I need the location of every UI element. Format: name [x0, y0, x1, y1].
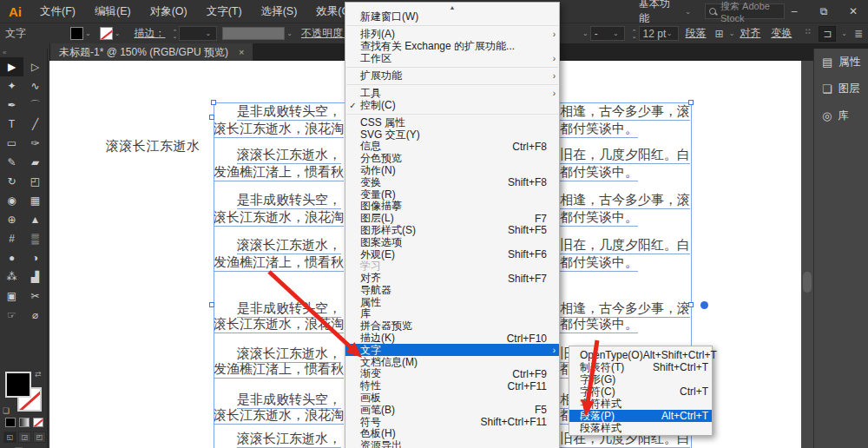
type-submenu-item-6[interactable]: 段落样式	[569, 422, 712, 434]
document-tab[interactable]: 未标题-1* @ 150% (RGB/GPU 预览) ×	[50, 43, 253, 61]
close-tab-icon[interactable]: ×	[239, 47, 244, 57]
draw-behind-button[interactable]: ◲	[18, 432, 31, 443]
libraries-panel-button[interactable]: ◎库	[814, 102, 868, 129]
paragraph-panel-link[interactable]: 段落	[686, 26, 707, 41]
zoom-tool[interactable]: ⌀	[23, 306, 47, 325]
gradient-tool[interactable]: ▒	[23, 229, 47, 248]
menu-list-icon[interactable]: ≣	[854, 28, 863, 40]
menubar-item-0[interactable]: 文件(F)	[30, 0, 85, 23]
symbol-sprayer-tool[interactable]: ⁂	[0, 267, 23, 287]
swap-fill-stroke-icon[interactable]: ⇄	[35, 370, 42, 379]
chevron-down-icon[interactable]: ⌄	[286, 30, 293, 37]
mesh-tool[interactable]: #	[0, 229, 23, 248]
vertical-scrollbar[interactable]	[801, 61, 813, 448]
window-menu-item-0[interactable]: 新建窗口(W)	[345, 11, 559, 23]
eyedropper-tool[interactable]: ●	[0, 248, 23, 267]
line-segment-tool[interactable]: ╱	[23, 115, 47, 134]
type-tool[interactable]: T	[0, 115, 23, 134]
tools-panel-header[interactable]: «	[0, 49, 47, 57]
window-menu-item-6[interactable]: ✓控制(C)	[345, 99, 559, 111]
graph-tool[interactable]: ▟	[23, 267, 47, 287]
font-size-stepper[interactable]: ⌃⌄	[632, 30, 637, 38]
touch-type-icon[interactable]: ⊞	[715, 28, 724, 40]
color-button[interactable]	[5, 418, 16, 427]
gradient-button[interactable]	[19, 418, 30, 427]
blend-tool[interactable]: ◑	[23, 248, 47, 267]
draw-inside-button[interactable]: ◰	[33, 432, 46, 443]
menu-separator	[346, 114, 558, 115]
menu-item-shortcut: F5	[535, 404, 547, 416]
transform-panel-link[interactable]: 变换	[771, 26, 792, 41]
rotate-tool[interactable]: ↻	[0, 172, 23, 191]
menubar-item-4[interactable]: 选择(S)	[252, 0, 307, 23]
chevron-down-icon[interactable]: ⌄	[582, 30, 589, 37]
direct-selection-tool[interactable]: ▷	[23, 57, 47, 76]
window-menu-item-3[interactable]: 工作区›	[345, 53, 559, 65]
font-style-field[interactable]: -⌄	[590, 26, 625, 41]
width-profile-dropdown[interactable]	[222, 27, 285, 40]
menubar-item-3[interactable]: 文字(T)	[197, 0, 252, 23]
free-transform-tool-icon: ▦	[30, 194, 40, 207]
frame-in-port[interactable]	[209, 115, 214, 120]
window-menu-item-4[interactable]: 扩展功能›	[345, 70, 559, 82]
perspective-grid-tool[interactable]: ▲	[23, 210, 47, 229]
poem-line-1-left: 滚长江东逝水，浪花淘	[214, 122, 344, 138]
stroke-color-swatch[interactable]	[100, 27, 113, 40]
frame-out-port-dot[interactable]	[700, 301, 708, 309]
stroke-weight-label[interactable]: 描边：	[134, 26, 165, 41]
eraser-tool[interactable]: ▰	[23, 153, 47, 172]
scale-tool[interactable]: ◰	[23, 172, 47, 191]
align-panel-link[interactable]: 对齐	[740, 26, 760, 41]
stroke-weight-field[interactable]: ⌄	[179, 26, 217, 41]
poem-line-6-left: 滚滚长江东逝水，	[237, 238, 341, 254]
chevron-down-icon[interactable]: ⌄	[729, 30, 735, 37]
lasso-tool[interactable]: ∿	[23, 76, 47, 96]
menu-item-label: 控制(C)	[360, 98, 538, 113]
frame-handle-top-left[interactable]	[211, 100, 216, 105]
scrollbar-thumb[interactable]	[803, 272, 812, 293]
none-button[interactable]	[33, 418, 43, 427]
close-button[interactable]: ✕	[838, 0, 868, 22]
menubar-item-1[interactable]: 编辑(E)	[85, 0, 141, 23]
width-tool[interactable]: ◉	[0, 191, 23, 210]
hand-tool[interactable]: ☞	[0, 306, 23, 325]
pen-tool[interactable]: ✒	[0, 96, 23, 115]
chevron-down-icon[interactable]: ⌄	[85, 30, 91, 37]
draw-normal-button[interactable]: ◱	[3, 432, 16, 443]
dock-panel-icon[interactable]: ⊐	[819, 26, 836, 42]
artboard-text[interactable]: 滚滚长江东逝水	[106, 138, 201, 155]
paintbrush-tool[interactable]: ✑	[23, 134, 47, 153]
selection-tool[interactable]: ▶	[0, 57, 23, 76]
frame-handle-top-right[interactable]	[688, 100, 694, 105]
minimize-button[interactable]: –	[779, 0, 809, 22]
menubar-item-2[interactable]: 对象(O)	[141, 0, 197, 23]
fill-color-swatch[interactable]	[70, 27, 83, 40]
frame-handle-left-middle[interactable]	[209, 302, 214, 307]
lasso-tool-icon: ∿	[30, 80, 39, 92]
stock-search-input[interactable]: 搜索 Adobe Stock	[705, 3, 785, 19]
scale-tool-icon: ◰	[30, 175, 40, 188]
workspace-switcher[interactable]: 基本功能 ⌄	[639, 3, 693, 20]
default-fill-stroke-icon[interactable]: ❏	[3, 406, 10, 415]
font-size-field[interactable]: 12 pt⌄	[639, 26, 679, 41]
window-menu-item-34[interactable]: 资源导出	[345, 440, 559, 448]
checkmark-icon: ✓	[345, 101, 360, 110]
chevron-down-icon[interactable]: ⌄	[841, 30, 847, 37]
app-logo[interactable]: Ai	[0, 4, 30, 19]
shape-builder-tool[interactable]: ⊕	[0, 210, 23, 229]
shaper-tool[interactable]: ✎	[0, 153, 23, 172]
selection-tool-icon: ▶	[8, 61, 16, 73]
slice-tool[interactable]: ✂	[23, 287, 47, 306]
artboard-tool[interactable]: ▣	[0, 287, 23, 306]
restore-button[interactable]: ⧉	[809, 0, 838, 22]
free-transform-tool[interactable]: ▦	[23, 191, 47, 210]
magic-wand-tool[interactable]: ✦	[0, 76, 23, 96]
properties-panel-button[interactable]: ▤属性	[814, 49, 868, 76]
chevron-down-icon[interactable]: ⌄	[115, 30, 121, 37]
frame-handle-right-middle[interactable]	[688, 302, 694, 307]
layers-panel-button[interactable]: ❏图层	[814, 76, 868, 102]
curvature-tool[interactable]: ⌒	[23, 96, 47, 115]
fill-indicator[interactable]	[5, 372, 31, 398]
rectangle-tool[interactable]: ▭	[0, 134, 23, 153]
stroke-weight-stepper[interactable]: ⌃⌄	[172, 30, 177, 38]
